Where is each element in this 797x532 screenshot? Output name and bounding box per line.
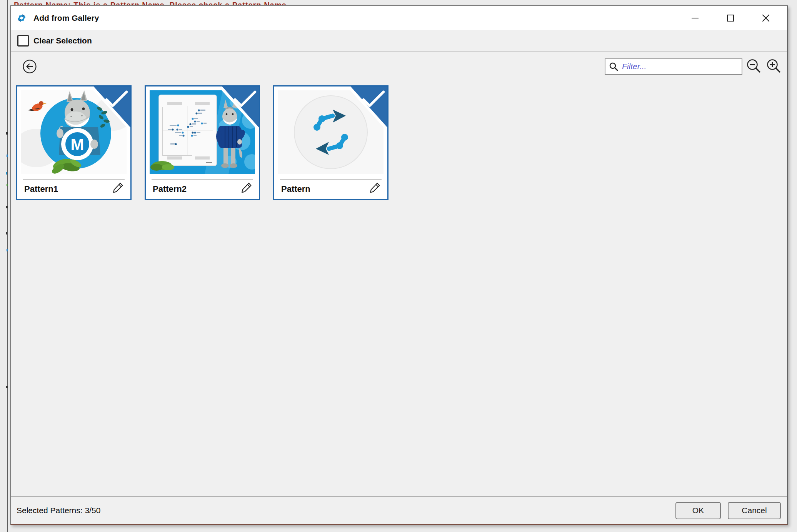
background-text-fragment: Pattern Name: This is a Pattern Name. Pl… xyxy=(14,0,422,5)
add-from-gallery-dialog: Add from Gallery Clear Selection xyxy=(10,5,788,525)
zoom-out-button[interactable] xyxy=(745,58,762,75)
back-button[interactable] xyxy=(22,58,38,75)
filter-field xyxy=(605,58,742,75)
clear-selection-label: Clear Selection xyxy=(33,36,92,45)
close-icon xyxy=(761,13,771,23)
background-artifact xyxy=(6,386,8,388)
card-divider xyxy=(152,180,253,180)
footer-bar: Selected Patterns: 3/50 OK Cancel xyxy=(11,496,787,524)
window-controls xyxy=(689,12,787,24)
card-name: Pattern1 xyxy=(24,184,58,194)
background-artifact xyxy=(6,232,7,234)
gallery-content: M Pattern1 xyxy=(11,52,787,496)
search-icon xyxy=(609,62,619,72)
minimize-icon xyxy=(690,13,700,23)
background-artifact xyxy=(6,206,8,208)
background-artifact xyxy=(7,184,8,186)
pattern3-thumbnail xyxy=(278,90,383,174)
maximize-button[interactable] xyxy=(725,12,736,24)
mulesoft-badge xyxy=(236,92,254,110)
pattern-card-3[interactable]: Pattern xyxy=(273,85,388,200)
background-artifact xyxy=(7,249,8,251)
pattern1-thumbnail: M xyxy=(21,90,127,174)
card-divider xyxy=(23,180,125,180)
filter-input[interactable] xyxy=(619,59,742,74)
ok-button[interactable]: OK xyxy=(675,502,721,519)
maximize-icon xyxy=(726,13,735,23)
app-cycle-icon xyxy=(16,12,27,24)
card-name: Pattern2 xyxy=(153,184,187,194)
pattern-card-1[interactable]: M Pattern1 xyxy=(16,85,132,200)
cancel-button[interactable]: Cancel xyxy=(728,502,781,519)
back-arrow-icon xyxy=(22,58,38,75)
background-artifact xyxy=(6,172,7,175)
clear-selection-checkbox[interactable] xyxy=(17,35,29,47)
background-artifact xyxy=(6,132,8,135)
pencil-icon xyxy=(368,181,382,194)
background-artifact xyxy=(7,155,8,157)
close-button[interactable] xyxy=(760,12,772,24)
pattern2-thumbnail xyxy=(150,90,255,174)
edit-pattern-button[interactable] xyxy=(240,181,253,195)
pencil-icon xyxy=(112,181,125,194)
window-title: Add from Gallery xyxy=(33,13,689,23)
card-divider xyxy=(280,180,382,180)
whiteboard xyxy=(159,95,217,166)
minimize-button[interactable] xyxy=(689,12,701,24)
edit-pattern-button[interactable] xyxy=(111,181,125,195)
gallery-toolbar xyxy=(16,58,782,75)
background-window-edge xyxy=(7,0,8,532)
zoom-in-button[interactable] xyxy=(765,58,782,75)
edit-pattern-button[interactable] xyxy=(368,181,382,195)
status-text: Selected Patterns: 3/50 xyxy=(17,506,100,515)
title-bar: Add from Gallery xyxy=(11,6,787,30)
svg-text:M: M xyxy=(71,135,84,153)
zoom-in-icon xyxy=(765,58,782,75)
card-name: Pattern xyxy=(281,184,310,194)
selection-bar: Clear Selection xyxy=(11,30,787,52)
pattern-card-2[interactable]: Pattern2 xyxy=(145,85,260,200)
zoom-out-icon xyxy=(745,58,762,75)
pencil-icon xyxy=(240,181,253,194)
pattern-grid: M Pattern1 xyxy=(16,85,782,200)
